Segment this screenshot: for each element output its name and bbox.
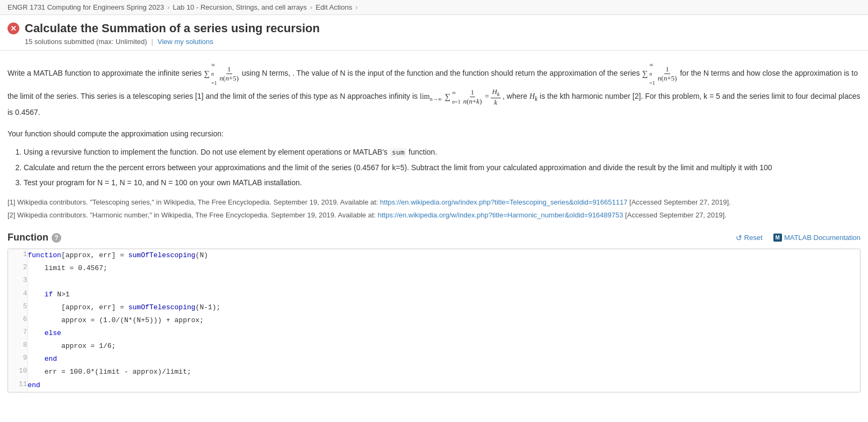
sum-code: sum bbox=[390, 148, 406, 157]
line-number: 10 bbox=[8, 366, 27, 379]
code-row: 2 limit = 0.4567; bbox=[8, 262, 860, 275]
page-title: Calculate the Summation of a series usin… bbox=[25, 21, 320, 35]
code-content: err = 100.0*(limit - approx)/limit; bbox=[27, 366, 860, 379]
code-row: 3 bbox=[8, 275, 860, 288]
problem-para2: Your function should compute the approxi… bbox=[8, 128, 860, 141]
code-content: function[approx, err] = sumOfTelescoping… bbox=[27, 249, 860, 262]
list-item-1: Using a revursive function to implement … bbox=[24, 146, 860, 158]
page-header: ✕ Calculate the Summation of a series us… bbox=[0, 15, 868, 50]
matlab-docs-button[interactable]: M MATLAB Documentation bbox=[773, 234, 860, 242]
code-row: 10 err = 100.0*(limit - approx)/limit; bbox=[8, 366, 860, 379]
line-number: 3 bbox=[8, 275, 27, 288]
ref2-link[interactable]: https://en.wikipedia.org/w/index.php?tit… bbox=[378, 211, 623, 219]
breadcrumb: ENGR 1731 Computing for Engineers Spring… bbox=[0, 0, 868, 15]
code-content: if N>1 bbox=[27, 288, 860, 301]
title-row: ✕ Calculate the Summation of a series us… bbox=[8, 21, 860, 35]
code-row: 9 end bbox=[8, 353, 860, 366]
list-item-3: Test your program for N = 1, N = 10, and… bbox=[24, 177, 860, 188]
limit-formula: limn→∞ ∑ ∞ n=1 1 n(n+k) = Hk k bbox=[420, 92, 503, 100]
line-number: 7 bbox=[8, 327, 27, 340]
reset-button[interactable]: ↺ Reset bbox=[736, 234, 763, 242]
para1-pre: Write a MATLAB function to approximate t… bbox=[8, 69, 204, 77]
function-actions: ↺ Reset M MATLAB Documentation bbox=[736, 234, 860, 242]
code-row: 4 if N>1 bbox=[8, 288, 860, 301]
code-table: 1 function[approx, err] = sumOfTelescopi… bbox=[8, 249, 860, 392]
problem-para1: Write a MATLAB function to approximate t… bbox=[8, 60, 860, 119]
series-formula-2: ∑ ∞ n=1 1 n(n+5) bbox=[642, 60, 678, 88]
code-row: 1 function[approx, err] = sumOfTelescopi… bbox=[8, 249, 860, 262]
subtitle-divider: | bbox=[152, 38, 153, 46]
breadcrumb-sep2: › bbox=[310, 3, 312, 11]
subtitle-row: 15 solutions submitted (max: Unlimited) … bbox=[8, 38, 860, 46]
function-title: Function ? bbox=[8, 232, 61, 243]
matlab-icon: M bbox=[773, 234, 782, 242]
view-solutions-link[interactable]: View my solutions bbox=[157, 38, 213, 46]
breadcrumb-sep1: › bbox=[167, 3, 169, 11]
code-row: 6 approx = (1.0/(N*(N+5))) + approx; bbox=[8, 314, 860, 327]
error-icon: ✕ bbox=[8, 23, 19, 34]
breadcrumb-course[interactable]: ENGR 1731 Computing for Engineers Spring… bbox=[8, 3, 164, 11]
para1-mid: using N terms, . The value of N is the i… bbox=[242, 69, 642, 77]
breadcrumb-sep3: › bbox=[355, 3, 357, 11]
content-area: Write a MATLAB function to approximate t… bbox=[0, 50, 868, 402]
ref1: [1] Wikipedia contributors. "Telescoping… bbox=[8, 196, 860, 208]
help-icon[interactable]: ? bbox=[52, 233, 61, 243]
line-number: 6 bbox=[8, 314, 27, 327]
list-item-2: Calculate and return the the percent err… bbox=[24, 162, 860, 173]
breadcrumb-actions[interactable]: Edit Actions bbox=[315, 3, 352, 11]
line-number: 2 bbox=[8, 262, 27, 275]
code-editor[interactable]: 1 function[approx, err] = sumOfTelescopi… bbox=[8, 249, 860, 392]
line-number: 4 bbox=[8, 288, 27, 301]
code-content: else bbox=[27, 327, 860, 340]
references: [1] Wikipedia contributors. "Telescoping… bbox=[8, 196, 860, 221]
function-section: Function ? ↺ Reset M MATLAB Documentatio… bbox=[8, 232, 860, 392]
code-row: 7 else bbox=[8, 327, 860, 340]
function-header: Function ? ↺ Reset M MATLAB Documentatio… bbox=[8, 232, 860, 243]
problem-list: Using a revursive function to implement … bbox=[24, 146, 860, 189]
code-content: approx = 1/6; bbox=[27, 340, 860, 353]
line-number: 11 bbox=[8, 379, 27, 392]
code-content: [approx, err] = sumOfTelescoping(N-1); bbox=[27, 301, 860, 314]
code-row: 11 end bbox=[8, 379, 860, 392]
ref2: [2] Wikipedia contributors. "Harmonic nu… bbox=[8, 209, 860, 221]
code-row: 5 [approx, err] = sumOfTelescoping(N-1); bbox=[8, 301, 860, 314]
code-content: approx = (1.0/(N*(N+5))) + approx; bbox=[27, 314, 860, 327]
series-formula-1: ∑ ∞ n=1 1 n(n+5) bbox=[204, 60, 240, 88]
line-number: 9 bbox=[8, 353, 27, 366]
submission-count: 15 solutions submitted (max: Unlimited) bbox=[25, 38, 147, 46]
reset-icon: ↺ bbox=[736, 234, 742, 242]
breadcrumb-lab[interactable]: Lab 10 - Recursion, Strings, and cell ar… bbox=[173, 3, 307, 11]
code-content: end bbox=[27, 353, 860, 366]
ref1-link[interactable]: https://en.wikipedia.org/w/index.php?tit… bbox=[380, 198, 627, 206]
line-number: 5 bbox=[8, 301, 27, 314]
code-content: end bbox=[27, 379, 860, 392]
problem-description: Write a MATLAB function to approximate t… bbox=[8, 60, 860, 221]
code-content bbox=[27, 275, 860, 288]
line-number: 8 bbox=[8, 340, 27, 353]
line-number: 1 bbox=[8, 249, 27, 262]
code-row: 8 approx = 1/6; bbox=[8, 340, 860, 353]
code-content: limit = 0.4567; bbox=[27, 262, 860, 275]
